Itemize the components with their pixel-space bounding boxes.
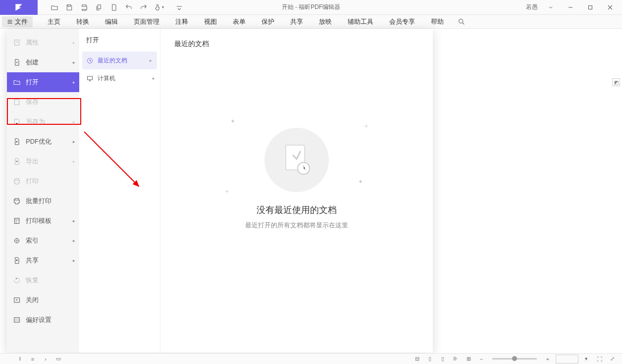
sb-page-icon[interactable]: ▭	[53, 355, 63, 364]
empty-subtitle: 最近打开的所有文档都将显示在这里	[245, 221, 348, 230]
file-item-saveas[interactable]: 另存为▸	[7, 112, 79, 132]
file-item-open[interactable]: 打开▸	[7, 72, 79, 92]
svg-rect-8	[88, 76, 93, 80]
sb-nav-first-icon[interactable]: ⦀	[15, 355, 25, 364]
zoom-in-icon[interactable]: +	[543, 355, 553, 364]
tab-share[interactable]: 共享	[282, 15, 311, 29]
user-dropdown-icon[interactable]	[542, 1, 560, 14]
svg-point-1	[459, 19, 463, 23]
file-item-create[interactable]: 创建▸	[7, 52, 79, 72]
svg-rect-0	[589, 5, 592, 9]
file-menu-list: 属性▸ 创建▸ 打开▸ 保存 另存为▸ PDF优化▸ 导出▸ 打印 批量打印 打…	[7, 29, 79, 353]
open-source-list: 打开 最近的文档▸ 计算机▸	[79, 29, 160, 353]
file-item-restore[interactable]: 恢复	[7, 270, 79, 290]
user-name[interactable]: 若愚	[526, 3, 538, 11]
undo-icon[interactable]	[122, 1, 136, 14]
maximize-icon[interactable]	[581, 1, 599, 14]
close-icon[interactable]	[601, 1, 619, 14]
empty-state: ✦ + + ✦ 没有最近使用的文档 最近打开的所有文档都将显示在这里	[245, 128, 348, 230]
file-tab-label: 文件	[15, 17, 28, 26]
recent-docs-panel: 最近的文档 ✦ + + ✦ 没有最近使用的文档 最近打开的所有文档都将显示在这里	[160, 29, 433, 353]
tab-pages[interactable]: 页面管理	[126, 15, 167, 29]
new-icon[interactable]	[107, 1, 121, 14]
fullscreen-icon[interactable]: ⛶	[594, 355, 604, 364]
tab-protect[interactable]: 保护	[254, 15, 282, 29]
file-item-properties[interactable]: 属性▸	[7, 33, 79, 52]
save-icon[interactable]	[62, 1, 76, 14]
file-item-save[interactable]: 保存	[7, 92, 79, 112]
tab-form[interactable]: 表单	[225, 15, 254, 29]
copy-icon[interactable]	[92, 1, 106, 14]
tab-vip[interactable]: 会员专享	[381, 15, 423, 29]
recent-docs-title: 最近的文档	[174, 40, 419, 49]
ribbon-tabs: 文件 主页 转换 编辑 页面管理 注释 视图 表单 保护 共享 放映 辅助工具 …	[0, 15, 622, 29]
print-icon[interactable]	[77, 1, 91, 14]
quick-access-toolbar: ▾	[38, 1, 186, 14]
file-item-index[interactable]: 索引▸	[7, 231, 79, 251]
sub-item-recent[interactable]: 最近的文档▸	[82, 52, 157, 69]
sb-nav-next-icon[interactable]: ›	[41, 355, 51, 364]
tab-view[interactable]: 视图	[196, 15, 225, 29]
minimize-icon[interactable]	[562, 1, 579, 14]
sb-nav-prev-icon[interactable]: ≡	[28, 355, 38, 364]
sb-fitpage-icon[interactable]: ▯	[425, 355, 435, 364]
tab-tools[interactable]: 辅助工具	[340, 15, 381, 29]
sub-item-computer[interactable]: 计算机▸	[79, 69, 160, 87]
sb-single-icon[interactable]: ▯	[438, 355, 448, 364]
clock-icon	[86, 57, 94, 64]
redo-icon[interactable]	[137, 1, 151, 14]
tab-present[interactable]: 放映	[311, 15, 340, 29]
zoom-value-box[interactable]	[556, 355, 578, 364]
zoom-out-icon[interactable]: −	[476, 355, 486, 364]
titlebar: ▾ 开始 - 福昕PDF编辑器 若愚	[0, 0, 622, 15]
svg-rect-3	[14, 218, 19, 224]
file-item-batchprint[interactable]: 批量打印	[7, 191, 79, 211]
file-item-prefs[interactable]: 偏好设置	[7, 310, 79, 330]
search-icon[interactable]	[457, 17, 466, 27]
statusbar: ⦀ ≡ › ▭ ⊟ ▯ ▯ ⊪ ⊞ − + ▾ ⛶ ⤢	[0, 353, 622, 364]
file-item-share[interactable]: 共享▸	[7, 251, 79, 270]
sb-fitwidth-icon[interactable]: ⊟	[412, 355, 422, 364]
hamburger-icon	[7, 19, 13, 25]
open-icon[interactable]	[48, 1, 61, 14]
workspace: 名 ◩ 属性▸ 创建▸ 打开▸ 保存 另存为▸ PDF优化▸ 导出▸ 打印 批量…	[0, 29, 622, 353]
zoom-dropdown-icon[interactable]: ▾	[581, 355, 591, 364]
empty-doc-icon	[264, 128, 329, 192]
file-tab[interactable]: 文件	[2, 16, 33, 27]
file-item-close[interactable]: 关闭	[7, 290, 79, 310]
touch-icon[interactable]: ▾	[152, 1, 165, 14]
file-item-export[interactable]: 导出▸	[7, 152, 79, 171]
tab-home[interactable]: 主页	[40, 15, 68, 29]
computer-icon	[86, 75, 94, 82]
tab-annotate[interactable]: 注释	[167, 15, 196, 29]
tab-edit[interactable]: 编辑	[97, 15, 126, 29]
collapse-panel-icon[interactable]: ◩	[612, 78, 620, 86]
file-item-print[interactable]: 打印	[7, 171, 79, 191]
qat-more-icon[interactable]	[172, 1, 186, 14]
open-panel-title: 打开	[79, 36, 160, 52]
sb-facing-icon[interactable]: ⊞	[464, 355, 473, 364]
file-item-template[interactable]: 打印模板▸	[7, 211, 79, 231]
svg-rect-6	[14, 317, 20, 322]
empty-title: 没有最近使用的文档	[245, 204, 348, 216]
sb-continuous-icon[interactable]: ⊪	[451, 355, 461, 364]
file-item-optimize[interactable]: PDF优化▸	[7, 132, 79, 152]
expand-icon[interactable]: ⤢	[607, 355, 617, 364]
file-menu-panel: 属性▸ 创建▸ 打开▸ 保存 另存为▸ PDF优化▸ 导出▸ 打印 批量打印 打…	[7, 29, 433, 353]
tab-help[interactable]: 帮助	[423, 15, 452, 29]
zoom-slider[interactable]	[492, 358, 537, 360]
tab-convert[interactable]: 转换	[68, 15, 97, 29]
app-logo	[0, 0, 38, 15]
window-title: 开始 - 福昕PDF编辑器	[282, 3, 341, 11]
